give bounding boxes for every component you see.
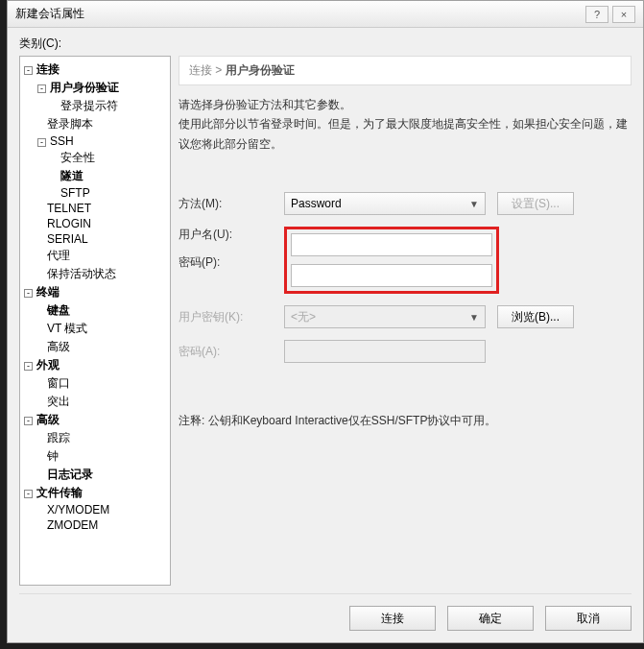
password-input[interactable] [291, 264, 492, 287]
tree-item-user-auth[interactable]: -用户身份验证 [22, 79, 168, 97]
userkey-label: 用户密钥(K): [179, 309, 284, 325]
collapse-icon[interactable]: - [37, 84, 46, 93]
tree-item-ssh[interactable]: -SSH [22, 133, 168, 149]
category-tree[interactable]: -连接 -用户身份验证 登录提示符 登录脚本 -SSH 安全性 隧道 SFTP … [19, 56, 171, 586]
passphrase-label: 密码(A): [179, 344, 284, 360]
cancel-button[interactable]: 取消 [545, 606, 632, 631]
passphrase-input [284, 340, 486, 363]
titlebar: 新建会话属性 ? × [8, 1, 643, 28]
collapse-icon[interactable]: - [37, 138, 46, 147]
tree-item-xymodem[interactable]: X/YMODEM [22, 502, 168, 517]
tree-item-logging[interactable]: 日志记录 [22, 466, 168, 484]
category-label: 类别(C): [19, 36, 632, 52]
breadcrumb-sep: > [215, 63, 222, 77]
window-title: 新建会话属性 [15, 6, 585, 22]
tree-item-security[interactable]: 安全性 [22, 149, 168, 167]
tree-item-login-prompt[interactable]: 登录提示符 [22, 97, 168, 115]
chevron-down-icon: ▼ [469, 199, 479, 209]
ok-button[interactable]: 确定 [447, 606, 534, 631]
tree-item-proxy[interactable]: 代理 [22, 247, 168, 265]
tree-item-advanced-terminal[interactable]: 高级 [22, 338, 168, 356]
chevron-down-icon: ▼ [469, 312, 479, 323]
settings-panel: 连接 > 用户身份验证 请选择身份验证方法和其它参数。 使用此部分以节省登录时间… [179, 56, 632, 586]
connect-button[interactable]: 连接 [349, 606, 436, 631]
tree-item-login-script[interactable]: 登录脚本 [22, 115, 168, 133]
tree-item-vt-mode[interactable]: VT 模式 [22, 320, 168, 338]
tree-item-rlogin[interactable]: RLOGIN [22, 216, 168, 231]
collapse-icon[interactable]: - [24, 66, 33, 75]
help-button[interactable]: ? [585, 6, 608, 23]
tree-item-highlight[interactable]: 突出 [22, 393, 168, 411]
dialog-window: 新建会话属性 ? × 类别(C): -连接 -用户身份验证 登录提示符 登录脚本… [7, 0, 644, 643]
highlight-box [284, 227, 499, 294]
tree-item-connection[interactable]: -连接 [22, 60, 168, 79]
userkey-select: <无> ▼ [284, 305, 486, 328]
breadcrumb-current: 用户身份验证 [226, 63, 295, 77]
method-select[interactable]: Password ▼ [284, 192, 486, 215]
collapse-icon[interactable]: - [24, 490, 33, 498]
content-area: 类别(C): -连接 -用户身份验证 登录提示符 登录脚本 -SSH 安全性 隧… [8, 28, 643, 642]
tree-item-appearance[interactable]: -外观 [22, 356, 168, 374]
tree-item-telnet[interactable]: TELNET [22, 201, 168, 216]
collapse-icon[interactable]: - [24, 417, 33, 425]
tree-item-window[interactable]: 窗口 [22, 374, 168, 393]
collapse-icon[interactable]: - [24, 362, 33, 371]
tree-item-sftp[interactable]: SFTP [22, 185, 168, 201]
tree-item-zmodem[interactable]: ZMODEM [22, 517, 168, 533]
breadcrumb-root: 连接 [189, 63, 212, 77]
tree-item-keep-alive[interactable]: 保持活动状态 [22, 265, 168, 283]
password-label: 密码(P): [179, 254, 284, 271]
browse-button[interactable]: 浏览(B)... [497, 305, 574, 328]
settings-button[interactable]: 设置(S)... [497, 192, 574, 215]
tree-item-terminal[interactable]: -终端 [22, 283, 168, 301]
username-input[interactable] [291, 233, 492, 256]
tree-item-bell[interactable]: 钟 [22, 447, 168, 466]
dialog-footer: 连接 确定 取消 [19, 593, 632, 631]
tree-item-file-transfer[interactable]: -文件传输 [22, 484, 168, 502]
tree-item-advanced[interactable]: -高级 [22, 411, 168, 429]
username-label: 用户名(U): [179, 227, 284, 243]
tree-item-serial[interactable]: SERIAL [22, 231, 168, 247]
collapse-icon[interactable]: - [24, 289, 33, 298]
tree-item-keyboard[interactable]: 键盘 [22, 301, 168, 320]
breadcrumb: 连接 > 用户身份验证 [179, 56, 632, 85]
description-text: 请选择身份验证方法和其它参数。 使用此部分以节省登录时间。但是，为了最大限度地提… [179, 95, 632, 154]
tree-item-tunnel[interactable]: 隧道 [22, 167, 168, 185]
method-label: 方法(M): [179, 196, 284, 212]
note-text: 注释: 公钥和Keyboard Interactive仅在SSH/SFTP协议中… [179, 413, 632, 429]
tree-item-trace[interactable]: 跟踪 [22, 429, 168, 447]
close-button[interactable]: × [612, 6, 635, 23]
